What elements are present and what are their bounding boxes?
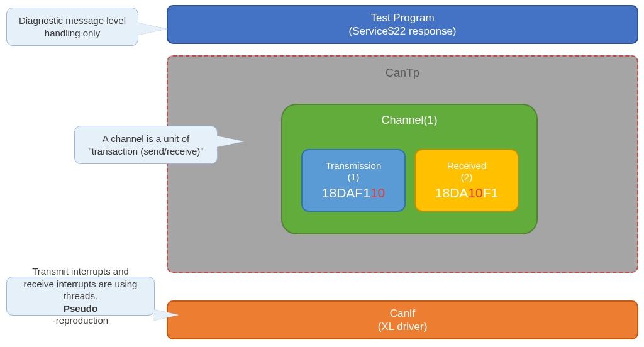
received-box: Received (2) 18DA10F1 xyxy=(414,149,519,212)
canif-subtitle: (XL driver) xyxy=(378,320,428,333)
callout-channel-tail xyxy=(216,136,244,147)
test-program-title: Test Program xyxy=(370,11,434,25)
channel-box: Channel(1) Transmission (1) 18DAF110 Rec… xyxy=(281,104,538,234)
channel-title: Channel(1) xyxy=(381,114,437,127)
callout-canif-tail xyxy=(153,309,179,321)
callout-canif-bold: Pseudo xyxy=(64,302,97,315)
diagram-stage: Test Program (Service$22 response) Diagn… xyxy=(0,0,644,347)
callout-canif-post: -reproduction xyxy=(53,314,108,327)
received-id: 18DA10F1 xyxy=(435,185,498,201)
transmission-id-prefix: 18DAF1 xyxy=(322,185,370,200)
transmission-label-line1: Transmission xyxy=(326,160,382,171)
transmission-box: Transmission (1) 18DAF110 xyxy=(301,149,406,212)
cantp-title: CanTp xyxy=(386,67,419,80)
received-id-suffix: F1 xyxy=(483,185,499,200)
transmission-label-line2: (1) xyxy=(348,172,359,182)
received-id-highlight: 10 xyxy=(468,185,482,200)
test-program-box: Test Program (Service$22 response) xyxy=(167,5,638,44)
transmission-label: Transmission (1) xyxy=(326,160,382,183)
cantp-box: CanTp Channel(1) Transmission (1) 18DAF1… xyxy=(167,55,638,273)
received-id-prefix: 18DA xyxy=(435,185,469,200)
callout-diagnostic-tail xyxy=(137,23,167,35)
callout-canif-pre: Transmit interrupts and receive interrup… xyxy=(16,265,145,302)
received-label-line2: (2) xyxy=(461,172,472,182)
canif-box: CanIf (XL driver) xyxy=(167,300,638,339)
callout-channel: A channel is a unit of "transaction (sen… xyxy=(74,126,218,164)
callout-diagnostic: Diagnostic message level handling only xyxy=(6,8,138,46)
received-label-line1: Received xyxy=(447,160,487,171)
test-program-subtitle: (Service$22 response) xyxy=(348,25,456,38)
transmission-id-highlight: 10 xyxy=(370,185,385,200)
callout-canif: Transmit interrupts and receive interrup… xyxy=(6,277,155,316)
received-label: Received (2) xyxy=(447,160,487,183)
transmission-id: 18DAF110 xyxy=(322,185,385,201)
canif-title: CanIf xyxy=(390,307,416,320)
